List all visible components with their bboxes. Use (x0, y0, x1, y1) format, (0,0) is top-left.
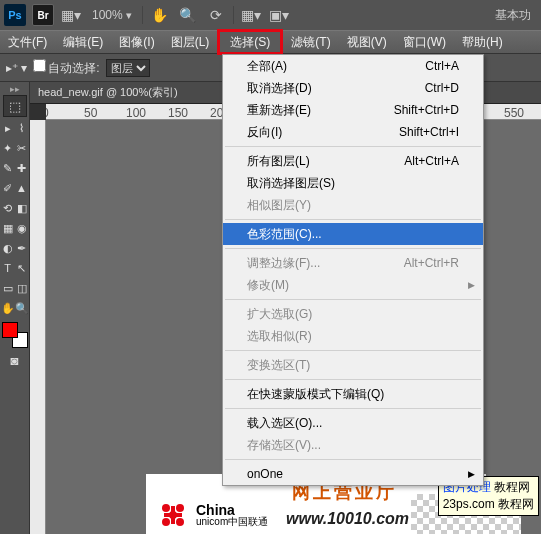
menu-edit[interactable]: 编辑(E) (55, 31, 111, 53)
svg-rect-6 (171, 506, 175, 524)
gradient-tool[interactable]: ▦ (1, 218, 15, 238)
toolbox-collapse-icon[interactable]: ▸▸ (1, 84, 29, 94)
3d-tool[interactable]: ◫ (15, 278, 29, 298)
menu-item: 选取相似(R) (223, 325, 483, 347)
mini-bridge-icon[interactable]: ▦▾ (60, 4, 82, 26)
svg-point-0 (162, 504, 170, 512)
menu-window[interactable]: 窗口(W) (395, 31, 454, 53)
blur-tool[interactable]: ◉ (15, 218, 29, 238)
menu-item[interactable]: 色彩范围(C)... (223, 223, 483, 245)
hand-tool[interactable]: ✋ (1, 298, 15, 318)
auto-select-check[interactable]: 自动选择: (33, 59, 99, 77)
menu-item: 修改(M)▶ (223, 274, 483, 296)
svg-point-1 (176, 504, 184, 512)
dodge-tool[interactable]: ◐ (1, 238, 15, 258)
lasso-tool[interactable]: ⌇ (15, 118, 29, 138)
crop-tool[interactable]: ✂ (15, 138, 29, 158)
menu-item: 扩大选取(G) (223, 303, 483, 325)
eraser-tool[interactable]: ◧ (15, 198, 29, 218)
arrange-icon[interactable]: ▦▾ (240, 4, 262, 26)
workspace-label[interactable]: 基本功 (495, 7, 537, 24)
healing-tool[interactable]: ✚ (15, 158, 29, 178)
move-tool-icon: ▸⁺ ▾ (6, 61, 27, 75)
zoom-tool[interactable]: 🔍 (15, 298, 29, 318)
quickmask-tool[interactable]: ◙ (3, 349, 27, 371)
brush-tool[interactable]: ✐ (1, 178, 15, 198)
svg-point-2 (162, 518, 170, 526)
menu-item[interactable]: onOne▶ (223, 463, 483, 485)
ruler-vertical (30, 120, 46, 534)
menu-item: 调整边缘(F)...Alt+Ctrl+R (223, 252, 483, 274)
select-menu-dropdown: 全部(A)Ctrl+A取消选择(D)Ctrl+D重新选择(E)Shift+Ctr… (222, 54, 484, 486)
menu-item[interactable]: 全部(A)Ctrl+A (223, 55, 483, 77)
brand-text-2: unicom中国联通 (196, 517, 268, 527)
history-brush-tool[interactable]: ⟲ (1, 198, 15, 218)
image-url-text: www.10010.com (286, 510, 409, 528)
brand-text-1: China (196, 503, 268, 517)
menu-item: 存储选区(V)... (223, 434, 483, 456)
zoom-icon[interactable]: 🔍 (177, 4, 199, 26)
path-tool[interactable]: ↖ (15, 258, 29, 278)
eyedropper-tool[interactable]: ✎ (1, 158, 15, 178)
rotate-icon[interactable]: ⟳ (205, 4, 227, 26)
app-toolbar: Ps Br ▦▾ 100% ▾ ✋ 🔍 ⟳ ▦▾ ▣▾ 基本功 (0, 0, 541, 30)
menu-view[interactable]: 视图(V) (339, 31, 395, 53)
menu-item[interactable]: 所有图层(L)Alt+Ctrl+A (223, 150, 483, 172)
menubar: 文件(F) 编辑(E) 图像(I) 图层(L) 选择(S) 滤镜(T) 视图(V… (0, 30, 541, 54)
menu-image[interactable]: 图像(I) (111, 31, 162, 53)
screen-mode-icon[interactable]: ▣▾ (268, 4, 290, 26)
zoom-level[interactable]: 100% ▾ (88, 8, 136, 22)
menu-layer[interactable]: 图层(L) (163, 31, 218, 53)
pen-tool[interactable]: ✒ (15, 238, 29, 258)
marquee-tool[interactable]: ⬚ (3, 95, 27, 117)
menu-filter[interactable]: 滤镜(T) (283, 31, 338, 53)
menu-item: 相似图层(Y) (223, 194, 483, 216)
wand-tool[interactable]: ✦ (1, 138, 15, 158)
move-tool[interactable]: ▸ (1, 118, 15, 138)
ps-logo[interactable]: Ps (4, 4, 26, 26)
fg-color[interactable] (2, 322, 18, 338)
color-swatches[interactable] (2, 322, 28, 348)
menu-select[interactable]: 选择(S) (217, 29, 283, 55)
type-tool[interactable]: T (1, 258, 15, 278)
auto-select-target[interactable]: 图层 (106, 59, 150, 77)
stamp-tool[interactable]: ▲ (15, 178, 29, 198)
svg-point-3 (176, 518, 184, 526)
menu-item[interactable]: 反向(I)Shift+Ctrl+I (223, 121, 483, 143)
chinese-knot-icon (156, 498, 190, 532)
menu-help[interactable]: 帮助(H) (454, 31, 511, 53)
hand-icon[interactable]: ✋ (149, 4, 171, 26)
br-logo[interactable]: Br (32, 4, 54, 26)
unicom-logo: China unicom中国联通 (156, 498, 268, 532)
menu-item[interactable]: 在快速蒙版模式下编辑(Q) (223, 383, 483, 405)
menu-item[interactable]: 取消选择(D)Ctrl+D (223, 77, 483, 99)
menu-item[interactable]: 重新选择(E)Shift+Ctrl+D (223, 99, 483, 121)
toolbox: ▸▸ ⬚ ▸⌇ ✦✂ ✎✚ ✐▲ ⟲◧ ▦◉ ◐✒ T↖ ▭◫ ✋🔍 ◙ (0, 82, 30, 534)
menu-item[interactable]: 载入选区(O)... (223, 412, 483, 434)
menu-file[interactable]: 文件(F) (0, 31, 55, 53)
shape-tool[interactable]: ▭ (1, 278, 15, 298)
menu-item[interactable]: 取消选择图层(S) (223, 172, 483, 194)
menu-item: 变换选区(T) (223, 354, 483, 376)
